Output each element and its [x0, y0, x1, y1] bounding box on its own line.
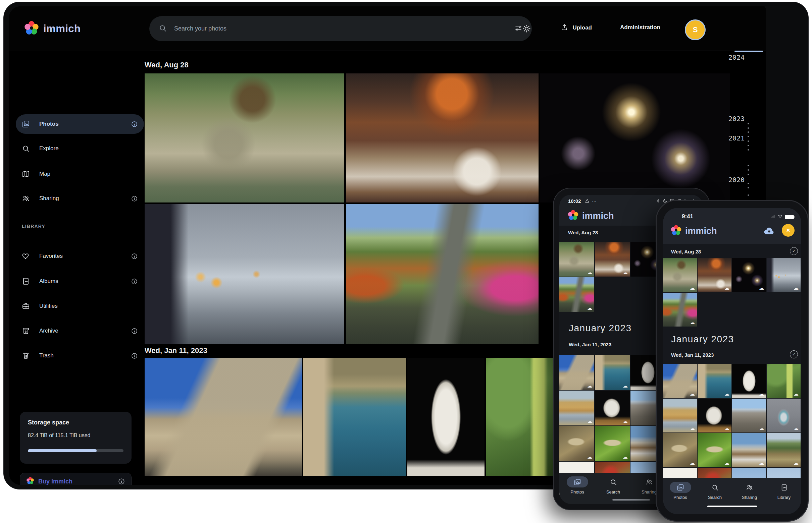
photo-bust[interactable]: [407, 358, 485, 476]
scrubber-year-2023[interactable]: 2023: [721, 115, 745, 123]
photo-figure[interactable]: ☁: [697, 399, 731, 432]
photo-ruins[interactable]: ☁: [732, 399, 766, 432]
scrubber-dot[interactable]: [747, 183, 749, 184]
user-avatar[interactable]: S: [782, 224, 795, 237]
upload-label: Upload: [572, 24, 592, 31]
photo-monkeys[interactable]: [144, 73, 344, 202]
photo-fireworks[interactable]: ☁: [732, 258, 766, 292]
photo-cliff[interactable]: ☁: [663, 399, 697, 432]
info-icon[interactable]: [131, 327, 138, 335]
immich-logo[interactable]: immich: [24, 20, 81, 37]
scrubber-dot[interactable]: [747, 165, 749, 166]
scrubber-dot[interactable]: [747, 187, 749, 188]
scrubber-dot[interactable]: [747, 136, 749, 137]
user-avatar[interactable]: S: [685, 19, 706, 40]
heart-icon: [22, 252, 30, 260]
sidebar-item-trash[interactable]: Trash: [16, 346, 144, 365]
sidebar-item-sharing[interactable]: Sharing: [16, 189, 144, 208]
photo-monkeys[interactable]: ☁: [559, 242, 594, 276]
photo-coastal[interactable]: ☁: [595, 355, 630, 390]
info-icon[interactable]: [131, 353, 138, 359]
cloud-sync-icon: ☁: [690, 320, 695, 325]
photo-hands[interactable]: ☁: [767, 258, 800, 292]
photo-cliff[interactable]: ☁: [559, 391, 594, 426]
photo-farm[interactable]: ☁: [767, 433, 800, 467]
photo-coastal[interactable]: [303, 358, 406, 476]
info-icon[interactable]: [131, 253, 138, 260]
photo-dinner[interactable]: ☁: [595, 242, 630, 276]
photo-lizard2[interactable]: ☁: [697, 433, 731, 467]
photo-autumn[interactable]: ☁: [559, 277, 594, 312]
photo-fortress[interactable]: [144, 358, 302, 476]
date-header-aug: Wed, Aug 28: [671, 249, 701, 254]
sidebar-item-explore[interactable]: Explore: [16, 139, 144, 158]
administration-link[interactable]: Administration: [620, 24, 660, 31]
scrubber-year-2020[interactable]: 2020: [721, 176, 745, 184]
nav-tab-library[interactable]: Library: [767, 478, 801, 514]
sidebar-item-archive[interactable]: Archive: [16, 321, 144, 341]
theme-toggle-sun-icon[interactable]: [522, 24, 531, 35]
scrubber-dot[interactable]: [747, 141, 749, 142]
photo-fortress[interactable]: ☁: [559, 355, 594, 390]
photo-autumn[interactable]: [346, 204, 538, 344]
photo-dinner[interactable]: ☁: [697, 258, 731, 292]
sidebar-item-map[interactable]: Map: [16, 164, 144, 184]
info-icon[interactable]: [131, 195, 138, 202]
photo-church[interactable]: ☁: [732, 433, 766, 467]
trash-icon: [22, 352, 30, 360]
scrubber-dot[interactable]: [747, 174, 749, 175]
scrubber-dot[interactable]: [747, 127, 749, 129]
nav-tab-search[interactable]: Search: [697, 478, 732, 514]
photo-fireworks[interactable]: [540, 73, 730, 202]
nav-tab-sharing[interactable]: Sharing: [732, 478, 767, 514]
scrubber-dot[interactable]: [747, 169, 749, 170]
scrubber-dot[interactable]: [747, 131, 749, 133]
cloud-sync-icon: ☁: [587, 419, 592, 424]
battery-icon: [785, 215, 794, 219]
sidebar-item-photos[interactable]: Photos: [16, 114, 144, 134]
cellular-bars-icon: [770, 214, 775, 220]
buy-immich-button[interactable]: Buy Immich: [20, 473, 132, 485]
sidebar: PhotosExploreMapSharing LIBRARY Favorite…: [9, 51, 150, 485]
sidebar-item-albums[interactable]: Albums: [16, 272, 144, 291]
upload-button[interactable]: Upload: [560, 23, 592, 33]
cloud-sync-icon: ☁: [759, 392, 764, 397]
info-icon[interactable]: [118, 478, 125, 485]
backup-cloud-icon[interactable]: [763, 225, 775, 239]
filter-icon[interactable]: [514, 24, 522, 34]
photo-coastal[interactable]: ☁: [697, 364, 731, 398]
photo-dinner[interactable]: [346, 73, 538, 202]
info-icon[interactable]: [131, 278, 138, 285]
home-indicator[interactable]: [612, 499, 650, 501]
search-input[interactable]: Search your photos: [149, 16, 532, 41]
photo-bust[interactable]: ☁: [732, 364, 766, 398]
photo-berries[interactable]: [486, 358, 564, 476]
photo-ornament[interactable]: ☁: [767, 399, 800, 432]
people-icon: [739, 482, 760, 493]
photo-autumn[interactable]: ☁: [663, 293, 697, 327]
photo-hands[interactable]: [144, 204, 344, 344]
photo-berries[interactable]: ☁: [767, 364, 800, 398]
photo-lizard1[interactable]: ☁: [559, 426, 594, 461]
nav-tab-photos[interactable]: Photos: [663, 478, 697, 514]
photo-figure[interactable]: ☁: [595, 391, 630, 426]
scrubber-dot[interactable]: [747, 195, 749, 196]
sidebar-item-utilities[interactable]: Utilities: [16, 296, 144, 316]
scrubber-dot[interactable]: [747, 123, 749, 124]
sidebar-item-favorites[interactable]: Favorites: [16, 247, 144, 266]
scrubber-dot[interactable]: [747, 149, 749, 150]
scrubber-dot[interactable]: [747, 145, 749, 146]
photo-monkeys[interactable]: ☁: [663, 258, 697, 292]
scrubber-year-2024[interactable]: 2024: [721, 53, 745, 61]
nav-tab-photos[interactable]: Photos: [559, 473, 595, 504]
photo-fortress[interactable]: ☁: [663, 364, 697, 398]
nav-tab-label: Sharing: [742, 495, 757, 500]
photo-lizard2[interactable]: ☁: [595, 426, 630, 461]
info-icon[interactable]: [131, 121, 138, 128]
scrubber-year-2021[interactable]: 2021: [721, 134, 745, 142]
select-day-check-icon[interactable]: ✓: [790, 350, 798, 358]
home-indicator[interactable]: [707, 506, 757, 507]
scrubber-position-indicator[interactable]: [735, 51, 763, 52]
photo-lizard1[interactable]: ☁: [663, 433, 697, 467]
select-day-check-icon[interactable]: ✓: [790, 247, 798, 255]
